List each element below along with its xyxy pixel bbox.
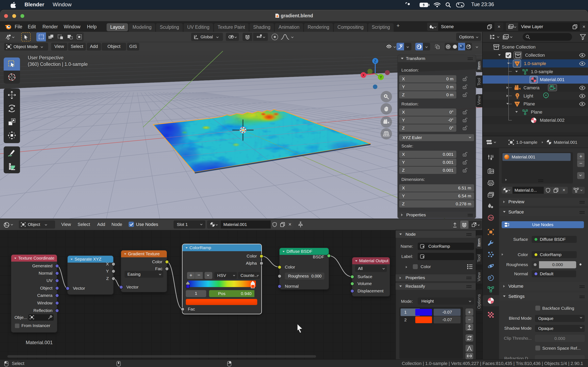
svg-text:X: X — [362, 73, 365, 77]
svg-text:Z: Z — [374, 59, 376, 63]
svg-text:Y: Y — [380, 75, 382, 79]
